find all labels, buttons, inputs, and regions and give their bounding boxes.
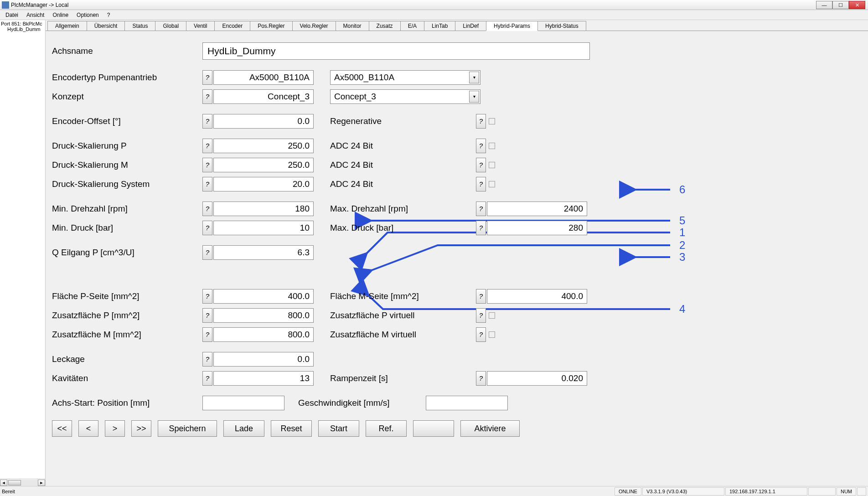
druck-p-help-button[interactable]: ? — [202, 139, 212, 153]
tab-hybrid-status[interactable]: Hybrid-Status — [537, 21, 586, 31]
flaeche-m-input[interactable] — [487, 289, 587, 304]
menu-help[interactable]: ? — [103, 11, 114, 19]
menu-online[interactable]: Online — [49, 11, 72, 19]
side-scrollbar[interactable]: ◄ ► — [0, 479, 45, 486]
side-port-label[interactable]: Port 851: BkPlcMc — [1, 21, 44, 26]
encodertyp-input[interactable] — [213, 70, 314, 85]
enc-offset-input[interactable] — [213, 114, 314, 129]
scroll-left-icon[interactable]: ◄ — [0, 480, 7, 486]
encodertyp-dropdown[interactable]: Ax5000_B110A ▾ — [330, 70, 480, 85]
konzept-help-button[interactable]: ? — [202, 89, 212, 104]
flaeche-p-input[interactable] — [213, 289, 314, 304]
adc-sys-help-button[interactable]: ? — [476, 177, 486, 191]
nav-last-button[interactable]: >> — [131, 420, 151, 437]
konzept-dropdown[interactable]: Concept_3 ▾ — [330, 89, 480, 104]
max-druck-label: Max. Druck [bar] — [330, 223, 476, 233]
druck-m-help-button[interactable]: ? — [202, 158, 212, 172]
min-druck-input[interactable] — [213, 221, 314, 235]
rampenzeit-help-button[interactable]: ? — [476, 371, 486, 386]
max-druck-input[interactable] — [487, 221, 587, 235]
adc-m-help-button[interactable]: ? — [476, 158, 486, 172]
kavitaeten-help-button[interactable]: ? — [202, 371, 212, 386]
max-druck-help-button[interactable]: ? — [476, 221, 486, 235]
q-eilgang-help-button[interactable]: ? — [202, 245, 212, 260]
window-maximize-button[interactable]: ☐ — [832, 1, 849, 9]
tab-lintab[interactable]: LinTab — [424, 21, 455, 31]
activate-button[interactable]: Aktiviere — [460, 420, 520, 437]
scroll-thumb[interactable] — [8, 480, 21, 486]
zusatz-p-input[interactable] — [213, 308, 314, 323]
window-close-button[interactable]: ✕ — [849, 1, 865, 9]
min-drehzahl-help-button[interactable]: ? — [202, 202, 212, 216]
max-drehzahl-help-button[interactable]: ? — [476, 202, 486, 216]
q-eilgang-input[interactable] — [213, 245, 314, 260]
tab-posregler[interactable]: Pos.Regler — [250, 21, 292, 31]
adc-p-checkbox[interactable] — [489, 143, 495, 149]
zusatz-m-help-button[interactable]: ? — [202, 327, 212, 342]
status-online: ONLINE — [615, 487, 641, 496]
menu-datei[interactable]: Datei — [2, 11, 22, 19]
achsname-input[interactable] — [202, 42, 590, 60]
adc-p-help-button[interactable]: ? — [476, 139, 486, 153]
chevron-down-icon[interactable]: ▾ — [469, 91, 479, 103]
konzept-input[interactable] — [213, 89, 314, 104]
nav-next-button[interactable]: > — [105, 420, 125, 437]
zusatz-m-virt-checkbox[interactable] — [489, 331, 495, 338]
status-ip: 192.168.197.129.1.1 — [725, 487, 807, 496]
geschw-input[interactable] — [426, 396, 508, 410]
zusatz-m-label: Zusatzfläche M [mm^2] — [52, 330, 202, 340]
tab-monitor[interactable]: Monitor — [336, 21, 369, 31]
zusatz-p-virt-help-button[interactable]: ? — [476, 308, 486, 323]
flaeche-m-help-button[interactable]: ? — [476, 289, 486, 304]
kavitaeten-input[interactable] — [213, 371, 314, 386]
tab-veloregler[interactable]: Velo.Regler — [292, 21, 336, 31]
druck-sys-input[interactable] — [213, 177, 314, 191]
leckage-input[interactable] — [213, 352, 314, 367]
druck-m-input[interactable] — [213, 158, 314, 172]
tab-lindef[interactable]: LinDef — [455, 21, 486, 31]
min-druck-help-button[interactable]: ? — [202, 221, 212, 235]
enc-offset-help-button[interactable]: ? — [202, 114, 212, 129]
leckage-help-button[interactable]: ? — [202, 352, 212, 367]
regenerative-checkbox[interactable] — [489, 118, 495, 124]
blank-button[interactable] — [413, 420, 454, 437]
max-drehzahl-input[interactable] — [487, 202, 587, 216]
druck-p-input[interactable] — [213, 139, 314, 153]
nav-prev-button[interactable]: < — [78, 420, 98, 437]
rampenzeit-input[interactable] — [487, 371, 587, 386]
menubar: Datei Ansicht Online Optionen ? — [0, 10, 868, 20]
tab-ea[interactable]: E/A — [400, 21, 424, 31]
tab-global[interactable]: Global — [155, 21, 186, 31]
achs-start-input[interactable] — [202, 396, 284, 410]
menu-optionen[interactable]: Optionen — [73, 11, 103, 19]
tab-status[interactable]: Status — [124, 21, 155, 31]
side-axis-label[interactable]: HydLib_Dumm — [1, 26, 44, 32]
tab-allgemein[interactable]: Allgemein — [47, 21, 87, 31]
tab-ventil[interactable]: Ventil — [186, 21, 215, 31]
regenerative-help-button[interactable]: ? — [476, 114, 486, 129]
start-button[interactable]: Start — [318, 420, 359, 437]
zusatz-p-virt-checkbox[interactable] — [489, 312, 495, 319]
druck-sys-help-button[interactable]: ? — [202, 177, 212, 191]
window-minimize-button[interactable]: — — [816, 1, 832, 9]
nav-first-button[interactable]: << — [52, 420, 72, 437]
save-button[interactable]: Speichern — [158, 420, 217, 437]
zusatz-p-help-button[interactable]: ? — [202, 308, 212, 323]
zusatz-m-virt-help-button[interactable]: ? — [476, 327, 486, 342]
tab-hybrid-params[interactable]: Hybrid-Params — [486, 21, 538, 31]
tab-encoder[interactable]: Encoder — [214, 21, 250, 31]
zusatz-m-input[interactable] — [213, 327, 314, 342]
load-button[interactable]: Lade — [223, 420, 264, 437]
chevron-down-icon[interactable]: ▾ — [469, 72, 479, 83]
adc-sys-checkbox[interactable] — [489, 181, 495, 187]
tab-uebersicht[interactable]: Übersicht — [87, 21, 125, 31]
ref-button[interactable]: Ref. — [366, 420, 407, 437]
menu-ansicht[interactable]: Ansicht — [23, 11, 48, 19]
tab-zusatz[interactable]: Zusatz — [369, 21, 401, 31]
scroll-right-icon[interactable]: ► — [38, 480, 45, 486]
flaeche-p-help-button[interactable]: ? — [202, 289, 212, 304]
reset-button[interactable]: Reset — [271, 420, 312, 437]
encodertyp-help-button[interactable]: ? — [202, 70, 212, 85]
adc-m-checkbox[interactable] — [489, 162, 495, 168]
min-drehzahl-input[interactable] — [213, 202, 314, 216]
